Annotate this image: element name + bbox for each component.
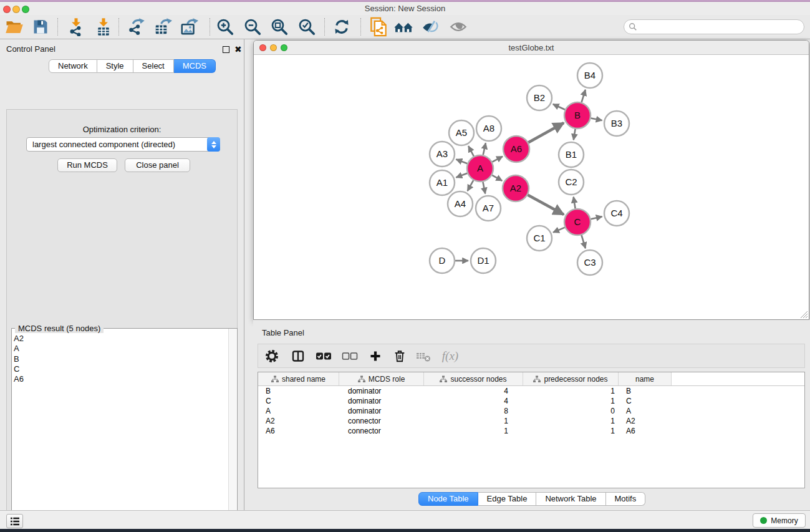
graph-node-A8[interactable]: A8: [476, 116, 501, 141]
float-panel-icon[interactable]: [223, 46, 229, 53]
run-mcds-button[interactable]: Run MCDS: [57, 158, 117, 172]
graph-edge-A-A2[interactable]: [492, 175, 502, 181]
mcds-result-item[interactable]: A2: [14, 334, 219, 344]
close-panel-button[interactable]: Close panel: [125, 158, 190, 172]
show-column-button[interactable]: [286, 347, 311, 365]
window-resize-grip[interactable]: [799, 309, 808, 319]
tab-mcds[interactable]: MCDS: [174, 59, 216, 73]
column-header-shared-name[interactable]: shared name: [258, 372, 339, 385]
graph-node-A1[interactable]: A1: [430, 170, 455, 195]
graph-edge-B-B1[interactable]: [574, 129, 576, 140]
graph-edge-A-A1[interactable]: [456, 173, 468, 178]
graph-edge-A-A8[interactable]: [483, 143, 486, 155]
mcds-result-item[interactable]: B: [14, 354, 219, 364]
tab-node-table[interactable]: Node Table: [418, 492, 478, 506]
network-minimize-light[interactable]: [270, 44, 277, 51]
table-row[interactable]: Cdominator41C: [258, 396, 804, 406]
mcds-result-item[interactable]: A: [14, 344, 219, 354]
table-row[interactable]: A6connector11A6: [258, 426, 804, 436]
zoom-out-button[interactable]: [241, 16, 264, 38]
graph-edge-C-C3[interactable]: [582, 235, 586, 248]
zoom-selected-button[interactable]: [295, 16, 319, 38]
select-all-button[interactable]: [311, 347, 337, 365]
graph-node-A2[interactable]: A2: [503, 175, 529, 201]
network-canvas[interactable]: B4B2BB3A5A8A6A3B1AA1C2A2A4A7C4CC1C3DD1: [254, 56, 809, 319]
table-row[interactable]: Adominator80A: [258, 406, 804, 416]
graph-edge-C-C4[interactable]: [591, 216, 602, 219]
zoom-in-button[interactable]: [213, 16, 237, 38]
column-header-MCDS-role[interactable]: MCDS role: [339, 372, 424, 385]
graph-edge-B-B4[interactable]: [582, 90, 586, 102]
graph-node-A5[interactable]: A5: [449, 120, 474, 145]
graph-edge-B-B2[interactable]: [553, 104, 565, 110]
export-table-button[interactable]: [151, 16, 175, 38]
graph-edge-A2-C[interactable]: [528, 195, 564, 215]
graph-node-A3[interactable]: A3: [430, 142, 455, 167]
export-network-button[interactable]: [124, 16, 148, 38]
open-session-button[interactable]: [2, 16, 26, 38]
table-settings-button[interactable]: [258, 347, 286, 365]
graph-edge-A-A4[interactable]: [468, 180, 474, 191]
memory-button[interactable]: Memory: [753, 513, 806, 528]
tab-edge-table[interactable]: Edge Table: [478, 492, 537, 506]
tab-style[interactable]: Style: [97, 59, 133, 73]
graph-node-B2[interactable]: B2: [527, 85, 552, 110]
hide-panel-button[interactable]: [418, 16, 442, 38]
refresh-button[interactable]: [330, 16, 354, 38]
tab-motifs[interactable]: Motifs: [606, 492, 646, 506]
network-window-titlebar[interactable]: testGlobe.txt: [254, 41, 809, 55]
search-input[interactable]: [624, 19, 804, 34]
task-history-button[interactable]: [6, 514, 23, 528]
graph-node-A[interactable]: A: [467, 155, 493, 181]
graph-node-D[interactable]: D: [430, 248, 455, 273]
network-maximize-light[interactable]: [281, 44, 287, 51]
graph-node-B4[interactable]: B4: [577, 63, 602, 88]
column-header-successor-nodes[interactable]: successor nodes: [424, 372, 523, 385]
graph-edge-A6-B[interactable]: [528, 123, 564, 142]
graph-edge-C-C1[interactable]: [553, 228, 565, 233]
zoom-fit-button[interactable]: [268, 16, 291, 38]
close-panel-icon[interactable]: ✖: [234, 46, 242, 53]
result-scrollbar-track[interactable]: [228, 329, 236, 532]
graph-node-B1[interactable]: B1: [559, 142, 584, 167]
graph-edge-B-B3[interactable]: [591, 118, 602, 120]
table-row[interactable]: A2connector11A2: [258, 416, 804, 426]
graph-node-A4[interactable]: A4: [448, 191, 473, 216]
column-header-predecessor-nodes[interactable]: predecessor nodes: [523, 372, 619, 385]
graph-node-A6[interactable]: A6: [503, 136, 529, 162]
graph-node-A7[interactable]: A7: [476, 196, 501, 221]
import-table-button[interactable]: [92, 16, 115, 38]
save-session-button[interactable]: [29, 16, 52, 38]
export-image-button[interactable]: [177, 16, 201, 38]
show-panel-button[interactable]: [446, 16, 470, 38]
graph-edge-C-C2[interactable]: [574, 197, 576, 209]
column-header-name[interactable]: name: [619, 372, 672, 385]
graph-node-C2[interactable]: C2: [559, 170, 584, 195]
close-window-light[interactable]: [3, 6, 11, 13]
graph-node-C[interactable]: C: [564, 209, 591, 235]
graph-node-B3[interactable]: B3: [604, 111, 629, 136]
graph-node-D1[interactable]: D1: [471, 248, 496, 273]
delete-column-button[interactable]: [388, 347, 412, 365]
graph-node-C1[interactable]: C1: [527, 226, 552, 251]
graph-edge-A-A5[interactable]: [468, 146, 474, 156]
graph-edge-A-A3[interactable]: [456, 160, 468, 164]
create-column-button[interactable]: [363, 347, 388, 365]
import-network-button[interactable]: [64, 16, 88, 38]
mcds-result-item[interactable]: A6: [14, 374, 219, 384]
tab-network[interactable]: Network: [49, 59, 97, 73]
home-button[interactable]: [392, 16, 415, 38]
tab-network-table[interactable]: Network Table: [536, 492, 605, 506]
table-row[interactable]: Bdominator41B: [258, 386, 804, 396]
graph-node-C3[interactable]: C3: [577, 250, 602, 275]
graph-edge-A-A6[interactable]: [492, 157, 503, 162]
graph-node-C4[interactable]: C4: [604, 201, 629, 226]
criterion-dropdown[interactable]: largest connected component (directed): [26, 137, 220, 152]
minimize-window-light[interactable]: [12, 6, 20, 13]
graph-edge-A-A7[interactable]: [483, 182, 485, 194]
network-close-light[interactable]: [259, 44, 266, 51]
tab-select[interactable]: Select: [133, 59, 174, 73]
mcds-result-item[interactable]: C: [14, 364, 219, 374]
new-network-from-file-button[interactable]: [367, 16, 390, 38]
deselect-all-button[interactable]: [337, 347, 363, 365]
